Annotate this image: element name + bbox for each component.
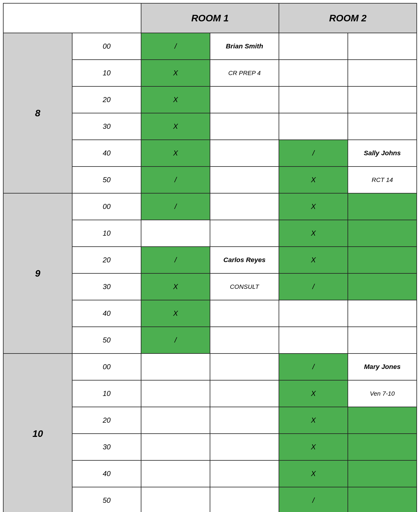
room1-info-cell [210,300,279,327]
room1-info-cell [210,380,279,407]
minute-cell: 10 [72,60,141,86]
minute-cell: 00 [72,354,141,380]
room1-info-cell [210,460,279,487]
room1-status-cell [141,220,210,247]
hour-cell: 9 [3,193,72,354]
room2-info-cell: RCT 14 [348,167,417,193]
minute-cell: 40 [72,300,141,327]
room1-info-cell: CONSULT [210,273,279,300]
room2-status-cell [279,60,348,86]
room2-status-cell [279,86,348,113]
room1-info-cell [210,220,279,247]
room2-info-cell [348,300,417,327]
room1-info-cell [210,487,279,512]
room2-status-cell: / [279,354,348,380]
room2-status-cell: X [279,220,348,247]
room1-status-cell [141,407,210,434]
room2-status-cell: / [279,273,348,300]
room2-info-cell: Mary Jones [348,354,417,380]
room2-status-cell [279,327,348,354]
room2-status-cell: X [279,460,348,487]
minute-cell: 30 [72,434,141,460]
room1-status-cell [141,354,210,380]
room1-status-cell: / [141,167,210,193]
room1-status-cell: / [141,247,210,273]
room1-header: ROOM 1 [141,3,279,33]
room2-info-cell [348,220,417,247]
room2-info-cell [348,247,417,273]
room2-status-cell: X [279,167,348,193]
room2-status-cell [279,33,348,60]
room1-status-cell: X [141,300,210,327]
minute-cell: 50 [72,487,141,512]
room2-status-cell [279,300,348,327]
room1-info-cell [210,407,279,434]
room1-info-cell: Brian Smith [210,33,279,60]
room1-status-cell: X [141,113,210,140]
room1-status-cell [141,487,210,512]
minute-cell: 50 [72,327,141,354]
room1-info-cell [210,86,279,113]
room2-status-cell: / [279,487,348,512]
room1-info-cell [210,434,279,460]
minute-cell: 10 [72,220,141,247]
room1-info-cell [210,140,279,167]
room2-info-cell [348,434,417,460]
room1-status-cell: / [141,193,210,220]
minute-cell: 10 [72,380,141,407]
room2-status-cell: X [279,247,348,273]
room2-status-cell: X [279,193,348,220]
room1-info-cell [210,113,279,140]
room2-info-cell [348,407,417,434]
hour-cell: 8 [3,33,72,193]
room2-status-cell: X [279,434,348,460]
minute-cell: 00 [72,193,141,220]
room2-info-cell [348,113,417,140]
room2-info-cell [348,33,417,60]
room2-info-cell [348,460,417,487]
room2-status-cell [279,113,348,140]
room1-status-cell: / [141,33,210,60]
room1-status-cell: X [141,86,210,113]
room1-info-cell [210,327,279,354]
minute-cell: 30 [72,273,141,300]
minute-cell: 00 [72,33,141,60]
room2-status-cell: X [279,380,348,407]
room2-info-cell [348,327,417,354]
minute-cell: 20 [72,247,141,273]
room2-info-cell: Sally Johns [348,140,417,167]
minute-cell: 40 [72,460,141,487]
room1-info-cell [210,193,279,220]
room2-info-cell [348,193,417,220]
minute-cell: 20 [72,86,141,113]
room1-status-cell: X [141,140,210,167]
hour-cell: 10 [3,354,72,512]
minute-cell: 20 [72,407,141,434]
room2-info-cell: Ven 7-10 [348,380,417,407]
room1-status-cell [141,434,210,460]
room1-info-cell [210,354,279,380]
minute-cell: 40 [72,140,141,167]
room2-info-cell [348,487,417,512]
room1-status-cell: X [141,60,210,86]
room2-header: ROOM 2 [279,3,417,33]
room2-info-cell [348,60,417,86]
room1-status-cell [141,460,210,487]
room1-status-cell: / [141,327,210,354]
room2-info-cell [348,86,417,113]
schedule-table: ROOM 1 ROOM 2 800/Brian Smith10XCR PREP … [3,3,417,512]
room1-info-cell [210,167,279,193]
minute-cell: 50 [72,167,141,193]
room1-status-cell [141,380,210,407]
room1-info-cell: Carlos Reyes [210,247,279,273]
room2-status-cell: / [279,140,348,167]
room2-info-cell [348,273,417,300]
room2-status-cell: X [279,407,348,434]
room1-status-cell: X [141,273,210,300]
minute-cell: 30 [72,113,141,140]
room1-info-cell: CR PREP 4 [210,60,279,86]
